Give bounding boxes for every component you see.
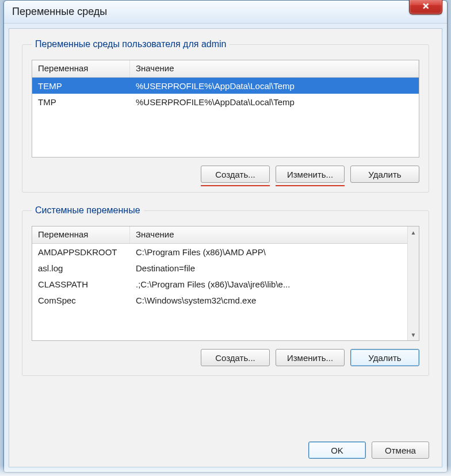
- environment-variables-dialog: Переменные среды ✕ Переменные среды поль…: [3, 0, 448, 473]
- cell-name: AMDAPPSDKROOT: [32, 245, 130, 259]
- cell-name: asl.log: [32, 262, 130, 275]
- cancel-button[interactable]: Отмена: [372, 442, 429, 459]
- window-title: Переменные среды: [12, 6, 107, 18]
- cell-name: TEMP: [32, 79, 130, 93]
- user-buttons-row: Создать... Изменить... Удалить: [32, 166, 419, 183]
- user-edit-button[interactable]: Изменить...: [276, 166, 345, 183]
- list-rows: TEMP %USERPROFILE%\AppData\Local\Temp TM…: [32, 78, 419, 110]
- column-header-name[interactable]: Переменная: [32, 60, 130, 77]
- system-edit-button[interactable]: Изменить...: [276, 349, 345, 366]
- titlebar: Переменные среды ✕: [4, 1, 447, 24]
- system-variables-group: Системные переменные Переменная Значение…: [22, 205, 429, 376]
- list-header: Переменная Значение: [32, 227, 419, 244]
- scroll-up-icon[interactable]: ▲: [408, 227, 419, 238]
- close-icon: ✕: [422, 2, 430, 10]
- column-header-value[interactable]: Значение: [130, 227, 419, 243]
- cell-value: C:\Windows\system32\cmd.exe: [130, 294, 419, 307]
- user-variables-group: Переменные среды пользователя для admin …: [22, 39, 429, 193]
- list-header: Переменная Значение: [32, 60, 419, 78]
- list-rows: AMDAPPSDKROOT C:\Program Files (x86)\AMD…: [32, 244, 419, 308]
- table-row[interactable]: TMP %USERPROFILE%\AppData\Local\Temp: [32, 94, 419, 110]
- column-header-name[interactable]: Переменная: [32, 227, 130, 243]
- dialog-body: Переменные среды пользователя для admin …: [9, 28, 442, 467]
- system-variables-list[interactable]: Переменная Значение AMDAPPSDKROOT C:\Pro…: [32, 226, 419, 341]
- scrollbar[interactable]: ▲ ▼: [407, 227, 419, 340]
- cell-value: Destination=file: [130, 262, 419, 275]
- table-row[interactable]: TEMP %USERPROFILE%\AppData\Local\Temp: [32, 78, 419, 94]
- user-variables-legend: Переменные среды пользователя для admin: [32, 39, 230, 49]
- user-variables-list[interactable]: Переменная Значение TEMP %USERPROFILE%\A…: [32, 60, 419, 158]
- table-row[interactable]: asl.log Destination=file: [32, 260, 419, 276]
- table-row[interactable]: ComSpec C:\Windows\system32\cmd.exe: [32, 292, 419, 308]
- close-button[interactable]: ✕: [409, 0, 442, 14]
- system-delete-button[interactable]: Удалить: [350, 349, 419, 366]
- cell-value: %USERPROFILE%\AppData\Local\Temp: [130, 95, 419, 109]
- column-header-value[interactable]: Значение: [130, 60, 419, 77]
- cell-name: TMP: [32, 95, 130, 109]
- table-row[interactable]: AMDAPPSDKROOT C:\Program Files (x86)\AMD…: [32, 244, 419, 260]
- scroll-down-icon[interactable]: ▼: [408, 329, 419, 340]
- table-row[interactable]: CLASSPATH .;C:\Program Files (x86)\Java\…: [32, 276, 419, 292]
- cell-value: .;C:\Program Files (x86)\Java\jre6\lib\e…: [130, 278, 419, 291]
- system-buttons-row: Создать... Изменить... Удалить: [32, 349, 419, 366]
- system-create-button[interactable]: Создать...: [201, 349, 270, 366]
- user-create-button[interactable]: Создать...: [201, 166, 270, 183]
- ok-button[interactable]: OK: [308, 442, 366, 459]
- cell-name: CLASSPATH: [32, 278, 130, 291]
- user-delete-button[interactable]: Удалить: [350, 166, 419, 183]
- cell-value: %USERPROFILE%\AppData\Local\Temp: [130, 79, 419, 93]
- dialog-footer: OK Отмена: [22, 442, 429, 459]
- cell-value: C:\Program Files (x86)\AMD APP\: [130, 245, 419, 259]
- system-variables-legend: Системные переменные: [32, 205, 144, 216]
- cell-name: ComSpec: [32, 294, 130, 307]
